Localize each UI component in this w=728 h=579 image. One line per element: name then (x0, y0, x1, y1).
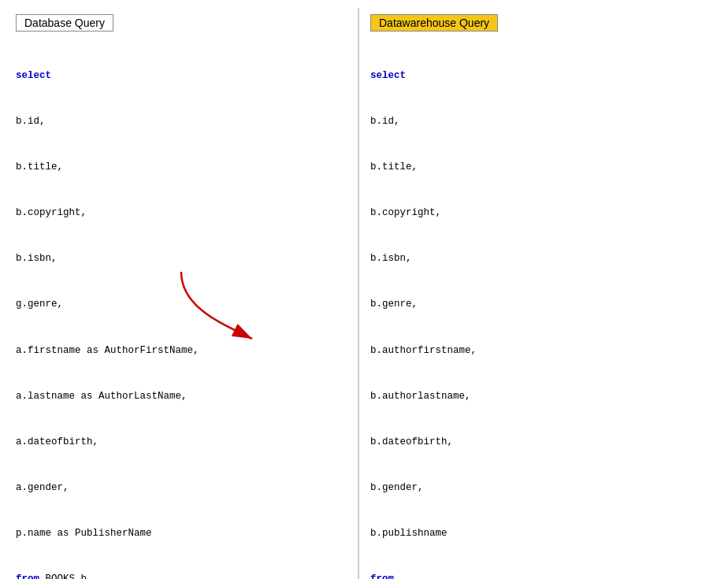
code-line: b.publishname (370, 526, 701, 541)
top-row: Database Query select b.id, b.title, b.c… (8, 8, 720, 579)
code-line: b.id, (370, 114, 701, 129)
code-line: a.firstname as AuthorFirstName, (16, 343, 347, 358)
top-right-title: Datawarehouse Query (370, 14, 498, 32)
code-line: a.gender, (16, 481, 347, 495)
code-line: b.title, (370, 160, 701, 175)
code-line: b.gender, (370, 481, 701, 495)
code-line: g.genre, (16, 297, 347, 312)
top-right-panel: Datawarehouse Query select b.id, b.title… (362, 8, 709, 579)
code-line: b.authorlastname, (370, 389, 701, 404)
code-line: b.title, (16, 160, 347, 175)
top-right-code: select b.id, b.title, b.copyright, b.isb… (370, 38, 701, 579)
top-left-code: select b.id, b.title, b.copyright, b.isb… (16, 38, 347, 579)
code-line: b.genre, (370, 297, 701, 312)
code-line: from BOOKS b (16, 572, 347, 579)
code-line: b.isbn, (370, 251, 701, 266)
code-line: b.dateofbirth, (370, 435, 701, 450)
top-left-panel: Database Query select b.id, b.title, b.c… (8, 8, 355, 579)
vertical-divider (358, 8, 359, 579)
code-line: b.copyright, (16, 206, 347, 221)
code-line: select (370, 69, 701, 84)
code-line: from (370, 572, 701, 579)
code-line: a.lastname as AuthorLastName, (16, 389, 347, 404)
code-line: b.authorfirstname, (370, 343, 701, 358)
code-line: b.copyright, (370, 206, 701, 221)
code-line: p.name as PublisherName (16, 526, 347, 541)
main-container: Database Query select b.id, b.title, b.c… (0, 0, 728, 579)
code-line: a.dateofbirth, (16, 435, 347, 450)
code-line: b.id, (16, 114, 347, 129)
code-line: select (16, 69, 347, 84)
code-line: b.isbn, (16, 251, 347, 266)
top-left-title: Database Query (16, 14, 113, 32)
